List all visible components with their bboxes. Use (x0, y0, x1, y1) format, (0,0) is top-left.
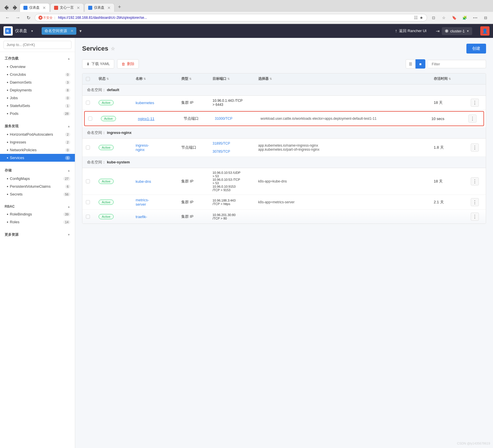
delete-button[interactable]: 🗑 删除 (117, 59, 139, 69)
row-kubernetes-checkbox[interactable] (86, 101, 90, 105)
namespace-resource-nav[interactable]: 命名空间资源 ✕ (42, 27, 76, 35)
workload-section-header[interactable]: 工作负载 ▲ (0, 54, 75, 63)
nginx-service-link[interactable]: nginx1-11 (138, 117, 154, 121)
new-tab-button[interactable]: + (115, 2, 124, 12)
url-bar[interactable]: ✕ 不安全 | https://192.168.168.81/dashboard… (35, 14, 427, 21)
list-view-button[interactable]: ☰ (406, 59, 416, 69)
sidebar-item-cronjobs[interactable]: CronJobs 0 (0, 71, 75, 78)
tab-groups-btn[interactable]: ⊡ (429, 14, 437, 22)
row-ingress-nginx-checkbox[interactable] (86, 145, 90, 150)
sidebar-item-services-count: 6 (65, 156, 70, 160)
row-kubernetes-more-button[interactable]: ⋮ (471, 99, 479, 107)
tab-3-close[interactable]: ✕ (107, 5, 111, 10)
tab-1-close[interactable]: ✕ (43, 5, 46, 10)
filter-input[interactable] (428, 60, 486, 68)
row-kube-dns-more-button[interactable]: ⋮ (471, 177, 479, 185)
favorite-star-icon[interactable]: ☆ (111, 46, 115, 51)
service-discovery-collapse-icon: ▲ (67, 125, 70, 128)
sidebar-item-services[interactable]: Services 6 (0, 154, 75, 162)
more-btn[interactable]: ⋯ (471, 14, 479, 22)
status-column-header[interactable]: 状态 (99, 76, 133, 81)
type-column-header[interactable]: 类型 (181, 76, 210, 81)
ingress-nginx-service-link[interactable]: ingress-nginx (136, 143, 149, 152)
sidebar-item-pods[interactable]: Pods 28 (0, 110, 75, 117)
service-discovery-section-header[interactable]: 服务发现 ▲ (0, 122, 75, 130)
tab-2-label: 文心一言 (60, 5, 74, 10)
sidebar-item-jobs[interactable]: Jobs 0 (0, 94, 75, 102)
extensions-btn[interactable]: 🧩 (461, 14, 469, 22)
tab-2[interactable]: 文心一言 ✕ (50, 3, 84, 12)
sidebar-item-rolebindings[interactable]: RoleBindings 39 (0, 210, 75, 218)
card-view-button[interactable]: ■ (416, 59, 425, 69)
sidebar-item-deployments[interactable]: Deployments 8 (0, 86, 75, 94)
return-rancher-ui[interactable]: ↑ 返回 Rancher UI (395, 28, 426, 34)
ingress-nginx-port-2-link[interactable]: 30785/TCP (213, 150, 256, 154)
nav-dropdown-icon[interactable]: ▼ (79, 29, 82, 33)
row-kube-dns-checkbox[interactable] (86, 179, 90, 183)
tab-2-close[interactable]: ✕ (77, 5, 80, 10)
name-column-header[interactable]: 名称 (136, 76, 179, 81)
sidebar-item-roles[interactable]: Roles 14 (0, 218, 75, 226)
metrics-server-service-link[interactable]: metrics-server (136, 198, 149, 207)
row-nginx-checkbox[interactable] (88, 117, 92, 121)
sidebar-item-hpa[interactable]: HorizontalPodAutoscalers 2 (0, 130, 75, 138)
create-button[interactable]: 创建 (466, 44, 486, 54)
target-port-column-header[interactable]: 目标端口 (213, 76, 256, 81)
sidebar-item-configmaps[interactable]: ConfigMaps 27 (0, 175, 75, 182)
forward-button[interactable]: 🢂 (11, 4, 19, 12)
title-dropdown-icon[interactable]: ▼ (31, 30, 34, 33)
rancher-logo-icon: R (5, 28, 11, 34)
rbac-section-header[interactable]: RBAC ▲ (0, 203, 75, 210)
nav-back[interactable]: ← (3, 14, 12, 22)
app-title: 仪表盘 (15, 28, 27, 34)
sidebar-item-daemonsets[interactable]: DaemonSets 3 (0, 78, 75, 86)
row-ingress-nginx-more-button[interactable]: ⋮ (471, 143, 479, 152)
select-all-checkbox[interactable] (86, 77, 90, 81)
storage-section-header[interactable]: 存储 ▲ (0, 166, 75, 175)
sidebar-item-statefulsets[interactable]: StatefulSets 1 (0, 102, 75, 110)
tab-1[interactable]: 仪表盘 ✕ (20, 3, 50, 12)
favorites-btn[interactable]: ☆ (440, 14, 448, 22)
star-icon[interactable]: ★ (420, 15, 423, 20)
selector-column-header[interactable]: 选择器 (258, 76, 431, 81)
back-button[interactable]: 🢀 (2, 4, 10, 12)
row-kube-dns-ports: 10.96.0.10:53 /UDP> 53 10.96.0.10:53 /TC… (213, 171, 256, 192)
sidebar-item-networkpolicies[interactable]: NetworkPolicies 0 (0, 146, 75, 154)
page-title-text: Services (82, 45, 108, 52)
toolbar: ⬇ 下载 YAML 🗑 删除 ☰ ■ (82, 59, 486, 69)
sidebar-item-overview[interactable]: Overview (0, 63, 75, 71)
ingress-nginx-port-1-link[interactable]: 31895/TCP (213, 141, 256, 145)
row-metrics-server-more-button[interactable]: ⋮ (471, 198, 479, 206)
sidebar-item-ingresses[interactable]: Ingresses 2 (0, 138, 75, 146)
more-resources-header[interactable]: 更多资源 ▼ (0, 231, 75, 239)
row-nginx-more-button[interactable]: ⋮ (468, 115, 477, 123)
content-header: Services ☆ 创建 (82, 44, 486, 54)
sidebar-btn[interactable]: ⊟ (481, 14, 490, 22)
download-yaml-button[interactable]: ⬇ 下载 YAML (82, 59, 114, 69)
nav-forward[interactable]: → (14, 14, 22, 22)
sidebar-item-pvc[interactable]: PersistentVolumeClaims 6 (0, 182, 75, 190)
row-ingress-nginx-age: 1.8 天 (434, 145, 468, 150)
namespace-resource-close-icon[interactable]: ✕ (71, 29, 73, 33)
sidebar-item-secrets[interactable]: Secrets 56 (0, 190, 75, 198)
kubernetes-service-link[interactable]: kubernetes (136, 101, 154, 105)
upload-icon[interactable]: ⇥ (436, 28, 440, 34)
row-metrics-server-checkbox[interactable] (86, 200, 90, 204)
age-column-header[interactable]: 存活时间 (434, 76, 468, 81)
tab-3[interactable]: 仪表盘 ✕ (84, 3, 115, 12)
user-avatar[interactable]: 👤 (480, 26, 490, 36)
cluster-dropdown-icon: ▼ (466, 30, 469, 33)
nav-refresh[interactable]: ↻ (24, 14, 32, 22)
url-text[interactable]: https://192.168.168.81/dashboard/c/c-2bh… (58, 16, 412, 20)
sidebar-item-secrets-count: 56 (63, 192, 70, 196)
namespace-default-name: default (107, 88, 119, 92)
cluster-badge[interactable]: ❋ cluster-1 ▼ (442, 27, 472, 35)
profile-icon: ☷ (414, 15, 418, 20)
row-traefik-checkbox[interactable] (86, 215, 90, 219)
nginx-port-link[interactable]: 31000/TCP (215, 117, 258, 121)
collections-btn[interactable]: 🔖 (450, 14, 458, 22)
traefik-service-link[interactable]: traefik- (136, 215, 147, 219)
kube-dns-service-link[interactable]: kube-dns (136, 179, 151, 184)
row-traefik-more-button[interactable]: ⋮ (471, 213, 479, 221)
sidebar-search-input[interactable] (3, 41, 71, 49)
